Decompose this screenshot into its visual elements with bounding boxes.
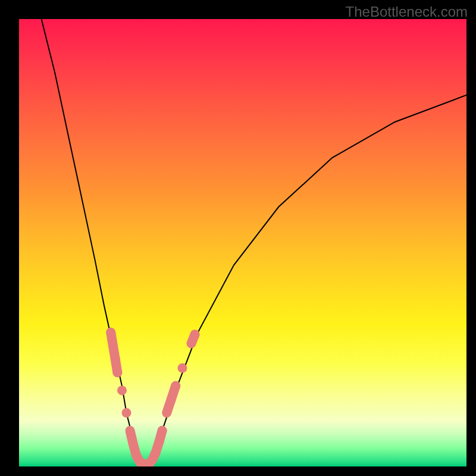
data-point <box>122 408 131 418</box>
data-point <box>117 386 127 395</box>
data-point <box>112 368 122 377</box>
right-curve-line <box>145 95 466 466</box>
data-point <box>178 364 187 373</box>
data-point <box>171 381 180 391</box>
chart-plot-area <box>19 19 466 466</box>
attribution-text: TheBottleneck.com <box>346 4 468 20</box>
chart-svg <box>19 19 466 466</box>
data-point <box>190 330 200 339</box>
left-curve-line <box>42 19 145 466</box>
data-point <box>158 426 167 436</box>
